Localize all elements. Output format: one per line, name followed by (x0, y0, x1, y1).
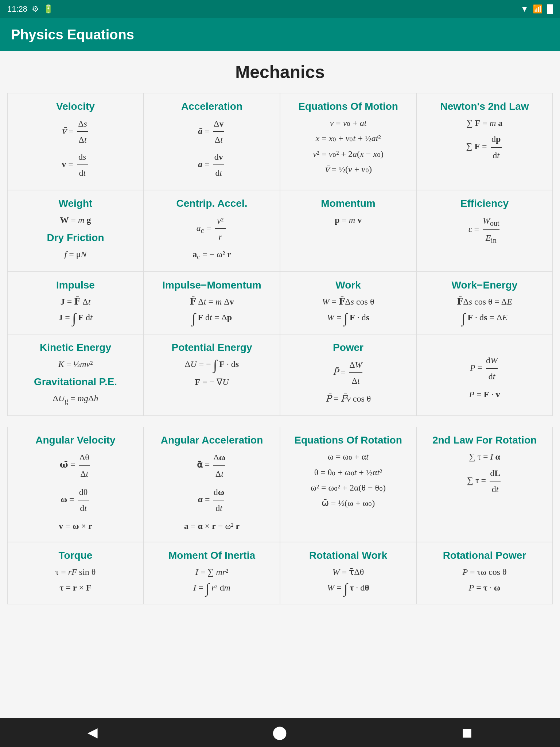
back-icon[interactable]: ◀ (88, 725, 98, 740)
work-content: W = F̄Δs cos θ W = ∫ F · ds (286, 295, 411, 325)
eom-eq4: v̄ = ½(v + v₀) (286, 162, 411, 176)
weight-title: Weight (13, 198, 138, 209)
newtons-2nd-law-cell: Newton's 2nd Law ∑ F = m a ∑ F = dp dt (416, 93, 553, 190)
slr-eq2: ∑ τ = dL dt (422, 465, 547, 497)
nav-bar: ◀ ⬤ ◼ (0, 718, 560, 747)
momentum-title: Momentum (286, 198, 411, 209)
acceleration-cell: Acceleration ā = Δv Δt a = dv dt (144, 93, 280, 190)
moi-eq2: I = ∫ r² dm (149, 581, 274, 595)
work-eq2: W = ∫ F · ds (286, 310, 411, 325)
dry-friction-eq1: f = μN (13, 247, 138, 261)
impulse-cell: Impulse J = F̄ Δt J = ∫ F dt (7, 272, 144, 334)
power-content: P̄ = ΔW Δt P̄ = F̄v cos θ (286, 357, 411, 406)
centrip-accel-title: Centrip. Accel. (149, 198, 274, 209)
we-eq1: F̄Δs cos θ = ΔE (422, 295, 547, 309)
rw-eq1: W = τ̄Δθ (286, 565, 411, 579)
n2l-eq1: ∑ F = m a (422, 116, 547, 130)
potential-energy-cell: Potential Energy ΔU = − ∫ F · ds F = − ∇… (144, 334, 280, 416)
work-cell: Work W = F̄Δs cos θ W = ∫ F · ds (280, 272, 416, 334)
ke-eq1: K = ½mv² (13, 357, 138, 371)
equations-of-rotation-content: ω = ω₀ + αt θ = θ₀ + ω₀t + ½αt² ω² = ω₀²… (286, 450, 411, 510)
angular-velocity-title: Angular Velocity (13, 434, 138, 446)
impulse-title: Impulse (13, 279, 138, 291)
eor-eq1: ω = ω₀ + αt (286, 450, 411, 464)
aa-eq3: a = α × r − ω² r (149, 519, 274, 533)
settings-icon: ⚙ (32, 4, 39, 14)
centrip-accel-content: ac = v² r ac = − ω² r (149, 213, 274, 263)
power-cell: Power P̄ = ΔW Δt P̄ = F̄v cos θ (280, 334, 416, 416)
weight-cell: Weight W = m g Dry Friction f = μN (7, 190, 144, 272)
2nd-law-rotation-cell: 2nd Law For Rotation ∑ τ = I α ∑ τ = dL … (416, 427, 553, 542)
efficiency-content: ε = Wout Ein (422, 213, 547, 247)
pow-eq1: P̄ = ΔW Δt (286, 357, 411, 389)
app-title: Physics Equations (11, 27, 134, 43)
av-eq1: ω̄ = Δθ Δt (13, 450, 138, 481)
work-eq1: W = F̄Δs cos θ (286, 295, 411, 309)
work-energy-cell: Work−Energy F̄Δs cos θ = ΔE ∫ F · ds = Δ… (416, 272, 553, 334)
mechanics-grid: Velocity v̄ = Δs Δt v = ds dt (7, 93, 553, 416)
momentum-eq1: p = m v (286, 213, 411, 227)
eom-eq1: v = v₀ + at (286, 116, 411, 130)
potential-energy-title: Potential Energy (149, 342, 274, 353)
av-eq3: v = ω × r (13, 519, 138, 533)
power-right-cell: P = dW dt P = F · v (416, 334, 553, 416)
impulse-eq2: J = ∫ F dt (13, 310, 138, 325)
recents-icon[interactable]: ◼ (462, 725, 472, 740)
impulse-content: J = F̄ Δt J = ∫ F dt (13, 295, 138, 325)
potential-energy-content: ΔU = − ∫ F · ds F = − ∇U (149, 357, 274, 389)
angular-acceleration-content: ᾱ = Δω Δt α = dω dt a = α × r − ω² (149, 450, 274, 533)
rotational-work-content: W = τ̄Δθ W = ∫ τ · dθ (286, 565, 411, 595)
impulse-momentum-content: F̄ Δt = m Δv ∫ F dt = Δp (149, 295, 274, 325)
pow-eq2: P̄ = F̄v cos θ (286, 392, 411, 406)
eor-eq4: ω̄ = ½(ω + ω₀) (286, 496, 411, 510)
2nd-law-rotation-title: 2nd Law For Rotation (422, 434, 547, 446)
torque-content: τ = rF sin θ τ = r × F (13, 565, 138, 595)
work-energy-content: F̄Δs cos θ = ΔE ∫ F · ds = ΔE (422, 295, 547, 325)
equations-of-motion-title: Equations Of Motion (286, 101, 411, 112)
efficiency-title: Efficiency (422, 198, 547, 209)
kinetic-energy-content: K = ½mv² (13, 357, 138, 371)
mechanics-section-title: Mechanics (7, 62, 553, 82)
equations-of-rotation-title: Equations Of Rotation (286, 434, 411, 446)
velocity-title: Velocity (13, 101, 138, 112)
rp-eq2: P = τ · ω (422, 581, 547, 595)
gpe-eq1: ΔUg = mgΔh (13, 391, 138, 407)
we-eq2: ∫ F · ds = ΔE (422, 310, 547, 325)
battery-icon: 🔋 (43, 4, 53, 14)
powr-eq1: P = dW dt (422, 353, 547, 384)
angular-acceleration-cell: Angular Acceleration ᾱ = Δω Δt α = dω (144, 427, 280, 542)
angular-acceleration-title: Angular Acceleration (149, 434, 274, 446)
weight-eq1: W = m g (13, 213, 138, 227)
status-bar-left: 11:28 ⚙ 🔋 (7, 4, 53, 14)
power-right-content: P = dW dt P = F · v (422, 353, 547, 401)
impulse-momentum-title: Impulse−Momentum (149, 279, 274, 291)
aa-eq2: α = dω dt (149, 484, 274, 516)
torque-eq2: τ = r × F (13, 581, 138, 595)
rotational-work-cell: Rotational Work W = τ̄Δθ W = ∫ τ · dθ (280, 542, 416, 604)
status-time: 11:28 (7, 4, 27, 14)
dry-friction-content: f = μN (13, 247, 138, 261)
equations-of-motion-content: v = v₀ + at x = x₀ + v₀t + ½at² v² = v₀²… (286, 116, 411, 177)
momentum-cell: Momentum p = m v (280, 190, 416, 272)
acceleration-eq2: a = dv dt (149, 149, 274, 181)
2nd-law-rotation-content: ∑ τ = I α ∑ τ = dL dt (422, 450, 547, 497)
app-bar: Physics Equations (0, 18, 560, 51)
moi-eq1: I = ∑ mr² (149, 565, 274, 579)
newtons-2nd-law-title: Newton's 2nd Law (422, 101, 547, 112)
impulse-momentum-cell: Impulse−Momentum F̄ Δt = m Δv ∫ F dt = Δ… (144, 272, 280, 334)
torque-eq1: τ = rF sin θ (13, 565, 138, 579)
im-eq1: F̄ Δt = m Δv (149, 295, 274, 309)
av-eq2: ω = dθ dt (13, 484, 138, 516)
acceleration-title: Acceleration (149, 101, 274, 112)
velocity-eq1: v̄ = Δs Δt (13, 116, 138, 148)
equations-of-rotation-cell: Equations Of Rotation ω = ω₀ + αt θ = θ₀… (280, 427, 416, 542)
ca-eq2: ac = − ω² r (149, 247, 274, 263)
home-icon[interactable]: ⬤ (272, 725, 287, 740)
rotational-power-cell: Rotational Power P = τω cos θ P = τ · ω (416, 542, 553, 604)
velocity-eq2: v = ds dt (13, 149, 138, 181)
impulse-eq1: J = F̄ Δt (13, 295, 138, 309)
wifi-icon: ▼ (521, 4, 529, 14)
angular-velocity-cell: Angular Velocity ω̄ = Δθ Δt ω = dθ dt (7, 427, 144, 542)
weight-content: W = m g (13, 213, 138, 227)
moment-of-inertia-cell: Moment Of Inertia I = ∑ mr² I = ∫ r² dm (144, 542, 280, 604)
